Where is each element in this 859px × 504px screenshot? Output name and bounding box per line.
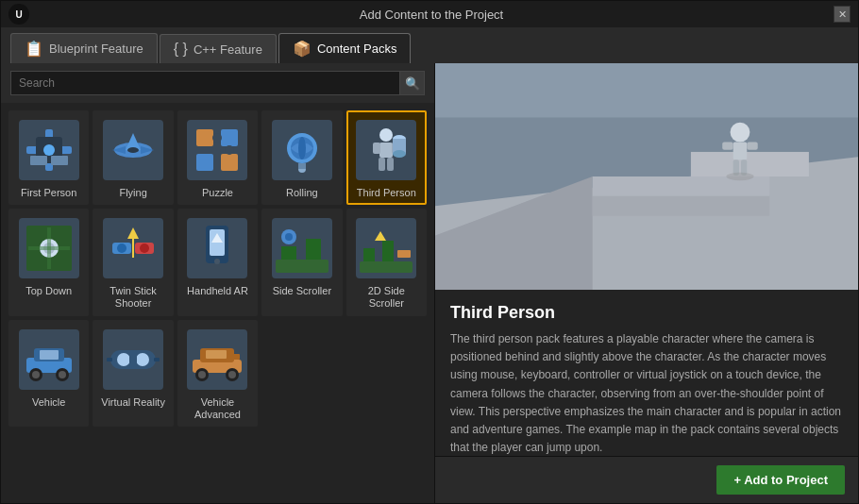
svg-rect-89 [228,354,240,360]
rolling-label: Rolling [286,187,318,199]
grid-item-handheld-ar[interactable]: Handheld AR [177,209,258,315]
grid-item-rolling[interactable]: Rolling [261,110,342,205]
svg-point-87 [228,371,236,378]
tab-cpp[interactable]: { } C++ Feature [160,34,277,63]
svg-rect-55 [276,260,328,273]
tab-blueprint[interactable]: 📋 Blueprint Feature [10,33,158,63]
top-down-label: Top Down [25,285,72,297]
window-title: Add Content to the Project [29,8,834,22]
rolling-icon [268,116,336,184]
svg-point-27 [379,128,393,142]
svg-rect-41 [28,246,70,250]
content-packs-tab-icon: 📦 [293,40,312,58]
svg-point-35 [393,150,406,158]
handheld-ar-icon [183,214,251,282]
twin-stick-label: Twin Stick Shooter [98,285,167,310]
grid-item-virtual-reality[interactable]: Virtual Reality [93,320,173,427]
svg-rect-5 [30,156,47,165]
svg-point-19 [225,145,234,155]
bottom-bar: + Add to Project [435,456,858,503]
2d-side-scroller-icon [352,214,420,282]
svg-point-46 [140,244,149,253]
svg-point-52 [214,259,220,264]
twin-stick-icon [99,214,167,282]
svg-rect-13 [187,120,247,180]
left-panel: 🔍 [1,63,435,503]
svg-rect-25 [298,163,306,169]
search-button[interactable]: 🔍 [400,71,425,95]
svg-rect-65 [397,250,411,258]
grid-item-puzzle[interactable]: Puzzle [177,110,258,205]
svg-rect-15 [221,129,238,146]
svg-point-72 [59,371,66,378]
svg-point-77 [136,353,149,366]
svg-rect-78 [129,356,137,363]
virtual-reality-label: Virtual Reality [101,396,165,409]
tab-content-packs[interactable]: 📦 Content Packs [278,33,412,63]
grid-item-vehicle-advanced[interactable]: Vehicle Advanced [177,320,258,427]
handheld-ar-label: Handheld AR [187,285,248,297]
svg-point-45 [117,244,126,253]
grid-item-flying[interactable]: Flying [93,110,173,205]
side-scroller-icon [268,214,336,282]
ue-logo: U [8,4,29,25]
detail-section: Third Person The third person pack featu… [435,290,858,456]
svg-point-4 [43,144,55,156]
flying-icon [99,116,167,184]
grid-item-top-down[interactable]: Top Down [8,209,89,315]
vehicle-advanced-label: Vehicle Advanced [183,396,252,421]
puzzle-label: Puzzle [202,187,233,199]
search-bar: 🔍 [1,63,434,103]
svg-rect-63 [382,241,394,261]
main-window: U Add Content to the Project ✕ 📋 Bluepri… [0,0,859,504]
svg-rect-28 [379,143,393,158]
svg-rect-6 [51,156,68,165]
svg-rect-80 [154,358,160,361]
svg-rect-99 [722,143,733,150]
add-to-project-button[interactable]: + Add to Project [716,465,845,495]
vehicle-advanced-icon [183,326,251,394]
right-panel: Third Person The third person pack featu… [435,63,858,503]
grid-item-2d-side-scroller[interactable]: 2D Side Scroller [346,209,427,315]
grid-item-first-person[interactable]: First Person [8,110,89,205]
detail-title: Third Person [450,303,843,323]
svg-point-70 [32,371,40,378]
cpp-tab-icon: { } [174,41,188,58]
main-content: 🔍 [1,63,858,503]
title-bar: U Add Content to the Project ✕ [1,1,858,27]
first-person-icon [15,116,83,184]
svg-rect-31 [379,158,385,171]
third-person-icon [352,116,420,184]
puzzle-icon [183,116,251,184]
svg-rect-79 [107,358,112,361]
vehicle-label: Vehicle [32,396,65,409]
svg-rect-73 [40,350,59,360]
svg-rect-100 [747,143,757,150]
grid-item-third-person[interactable]: Third Person [346,110,427,205]
svg-point-23 [298,137,306,160]
content-packs-grid: First Person Flying [1,103,434,503]
svg-point-85 [198,371,206,378]
close-button[interactable]: ✕ [834,6,851,23]
svg-point-97 [731,123,750,143]
svg-rect-96 [691,152,809,176]
svg-point-103 [726,173,753,180]
vehicle-icon [15,326,83,394]
svg-point-18 [212,133,222,143]
grid-item-twin-stick[interactable]: Twin Stick Shooter [93,209,173,315]
tabs-bar: 📋 Blueprint Feature { } C++ Feature 📦 Co… [1,27,858,63]
grid-item-side-scroller[interactable]: Side Scroller [261,209,342,315]
svg-point-76 [117,353,130,366]
svg-rect-17 [221,154,238,171]
svg-rect-29 [373,143,380,154]
svg-rect-32 [387,158,394,171]
svg-rect-57 [306,239,321,260]
svg-rect-56 [281,246,296,260]
first-person-label: First Person [21,187,76,199]
side-scroller-label: Side Scroller [273,285,331,297]
preview-scene [435,63,858,290]
search-input[interactable] [10,71,400,95]
grid-item-vehicle[interactable]: Vehicle [8,320,89,427]
virtual-reality-icon [99,326,167,394]
svg-rect-95 [593,196,770,216]
